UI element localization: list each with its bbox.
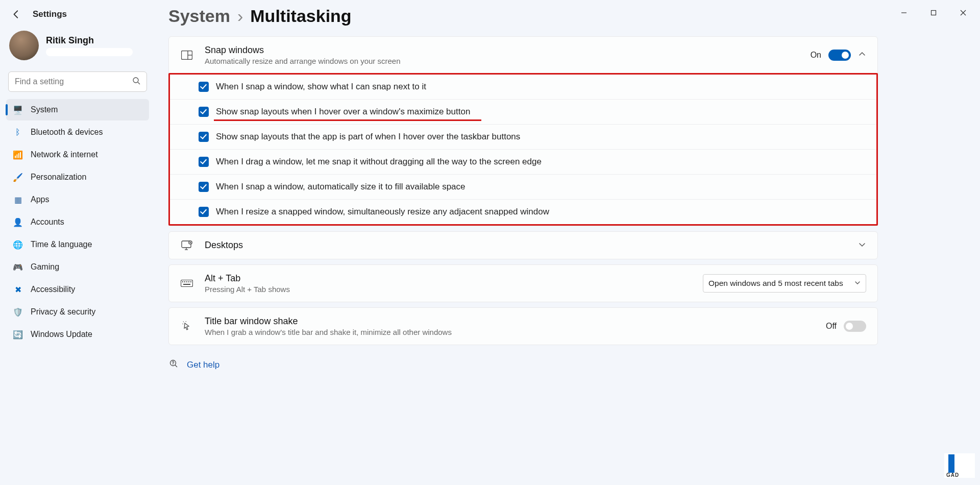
svg-rect-18 [186, 281, 187, 282]
sidebar-item-accessibility[interactable]: ✖Accessibility [6, 279, 149, 300]
alttab-select[interactable]: Open windows and 5 most recent tabs [703, 274, 866, 293]
checkbox[interactable] [199, 132, 209, 142]
svg-point-26 [173, 364, 173, 365]
sidebar: Ritik Singh 🖥️SystemᛒBluetooth & devices… [6, 29, 149, 345]
maximize-button[interactable] [926, 5, 941, 20]
profile-name: Ritik Singh [46, 35, 133, 46]
snap-toggle[interactable] [828, 50, 851, 61]
shake-state-label: Off [826, 322, 837, 331]
alttab-subtitle: Pressing Alt + Tab shows [205, 285, 692, 294]
nav-icon: ✖ [12, 285, 23, 295]
nav-label: Privacy & security [31, 307, 95, 317]
snap-windows-header[interactable]: Snap windows Automatically resize and ar… [169, 37, 877, 74]
svg-point-4 [133, 78, 138, 83]
nav-icon: ▦ [12, 195, 23, 205]
nav-label: Accessibility [31, 285, 75, 294]
close-button[interactable] [955, 5, 971, 20]
alttab-title: Alt + Tab [205, 273, 692, 284]
snap-option-label: Show snap layouts that the app is part o… [216, 132, 520, 142]
snap-option-row[interactable]: When I resize a snapped window, simultan… [170, 199, 876, 224]
shake-toggle[interactable] [844, 321, 866, 332]
back-button[interactable] [9, 7, 23, 21]
svg-line-27 [175, 365, 177, 367]
svg-rect-17 [184, 281, 185, 282]
svg-rect-1 [932, 11, 936, 15]
chevron-up-icon[interactable] [858, 50, 866, 60]
snap-option-label: When I resize a snapped window, simultan… [216, 207, 549, 217]
svg-rect-16 [182, 281, 183, 282]
snap-option-row[interactable]: Show snap layouts when I hover over a wi… [170, 99, 876, 124]
snap-option-row[interactable]: Show snap layouts that the app is part o… [170, 124, 876, 149]
svg-line-5 [138, 82, 140, 84]
search-input[interactable] [15, 77, 132, 86]
shake-header: Title bar window shake When I grab a win… [169, 308, 877, 345]
app-title: Settings [33, 9, 67, 19]
snap-options-highlighted: When I snap a window, show what I can sn… [168, 73, 878, 226]
nav-label: Windows Update [31, 330, 92, 339]
minimize-button[interactable] [896, 5, 912, 20]
cursor-icon [180, 321, 193, 331]
alttab-select-value: Open windows and 5 most recent tabs [708, 279, 843, 288]
nav-icon: 📶 [12, 150, 23, 160]
snap-option-label: Show snap layouts when I hover over a wi… [216, 107, 470, 117]
breadcrumb-parent[interactable]: System [168, 6, 230, 26]
sidebar-item-apps[interactable]: ▦Apps [6, 189, 149, 210]
checkbox[interactable] [199, 182, 209, 192]
sidebar-item-gaming[interactable]: 🎮Gaming [6, 256, 149, 278]
shake-card: Title bar window shake When I grab a win… [168, 307, 878, 345]
main-content: System › Multitasking Snap windows Autom… [168, 6, 878, 371]
sidebar-item-network-internet[interactable]: 📶Network & internet [6, 144, 149, 165]
sidebar-item-system[interactable]: 🖥️System [6, 99, 149, 120]
sidebar-item-windows-update[interactable]: 🔄Windows Update [6, 324, 149, 345]
help-icon [169, 359, 179, 371]
nav-icon: 🖌️ [12, 173, 23, 182]
search-icon [132, 77, 140, 87]
shake-title: Title bar window shake [205, 316, 815, 327]
checkbox[interactable] [199, 82, 209, 92]
svg-rect-19 [188, 281, 189, 282]
snap-option-row[interactable]: When I drag a window, let me snap it wit… [170, 149, 876, 174]
checkbox[interactable] [199, 157, 209, 167]
svg-line-22 [183, 324, 184, 324]
sidebar-item-privacy-security[interactable]: 🛡️Privacy & security [6, 301, 149, 323]
keyboard-icon [180, 280, 193, 287]
profile-email-placeholder [46, 48, 133, 56]
nav-label: System [31, 105, 58, 114]
search-box[interactable] [8, 71, 147, 92]
snap-option-label: When I snap a window, show what I can sn… [216, 82, 426, 92]
snap-option-label: When I drag a window, let me snap it wit… [216, 157, 542, 167]
svg-line-23 [183, 322, 184, 323]
desktops-card: Desktops [168, 231, 878, 259]
nav-label: Network & internet [31, 150, 98, 159]
profile-row[interactable]: Ritik Singh [6, 29, 149, 69]
get-help-row: Get help [168, 359, 878, 371]
checkbox[interactable] [199, 107, 209, 117]
sidebar-item-accounts[interactable]: 👤Accounts [6, 211, 149, 233]
desktops-title: Desktops [205, 240, 847, 251]
desktops-header[interactable]: Desktops [169, 232, 877, 259]
checkbox[interactable] [199, 207, 209, 217]
sidebar-item-bluetooth-devices[interactable]: ᛒBluetooth & devices [6, 122, 149, 143]
alttab-card: Alt + Tab Pressing Alt + Tab shows Open … [168, 264, 878, 302]
chevron-down-icon[interactable] [858, 240, 866, 251]
alttab-header: Alt + Tab Pressing Alt + Tab shows Open … [169, 265, 877, 302]
snap-layout-icon [180, 51, 193, 60]
chevron-down-icon [854, 279, 861, 288]
sidebar-item-time-language[interactable]: 🌐Time & language [6, 234, 149, 255]
desktops-icon [180, 240, 193, 251]
nav-list: 🖥️SystemᛒBluetooth & devices📶Network & i… [6, 99, 149, 345]
nav-icon: ᛒ [12, 128, 23, 137]
watermark: GAD [944, 453, 975, 478]
nav-icon: 🔄 [12, 330, 23, 340]
snap-option-row[interactable]: When I snap a window, automatically size… [170, 174, 876, 199]
snap-option-label: When I snap a window, automatically size… [216, 182, 465, 192]
breadcrumb-separator: › [237, 6, 243, 26]
snap-option-row[interactable]: When I snap a window, show what I can sn… [170, 75, 876, 99]
snap-state-label: On [811, 51, 821, 60]
nav-label: Gaming [31, 262, 59, 272]
svg-rect-15 [181, 280, 193, 287]
get-help-link[interactable]: Get help [187, 360, 219, 370]
svg-rect-21 [183, 284, 190, 285]
breadcrumb-current: Multitasking [250, 6, 351, 26]
sidebar-item-personalization[interactable]: 🖌️Personalization [6, 166, 149, 188]
